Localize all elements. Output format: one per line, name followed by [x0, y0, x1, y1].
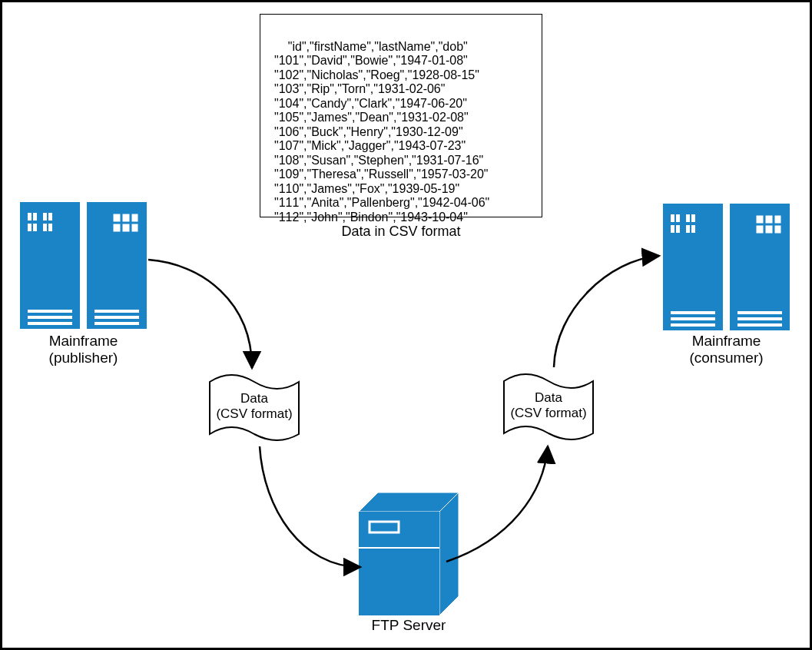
svg-rect-32: [686, 225, 690, 233]
csv-data-text: "id","firstName","lastName","dob" "101",…: [274, 40, 489, 224]
svg-rect-9: [48, 224, 52, 231]
doc-left-line2: (CSV format): [216, 406, 292, 421]
arrow-doc-to-consumer: [554, 256, 659, 367]
svg-rect-12: [28, 322, 72, 325]
csv-caption: Data in CSV format: [260, 224, 542, 240]
svg-rect-28: [686, 214, 690, 222]
svg-rect-27: [676, 214, 680, 222]
data-csv-document-right-label: Data (CSV format): [495, 390, 602, 421]
svg-rect-46: [737, 317, 782, 320]
svg-rect-2: [28, 213, 31, 221]
doc-left-line1: Data: [240, 391, 268, 406]
svg-rect-6: [28, 224, 31, 231]
svg-rect-8: [43, 224, 47, 231]
svg-rect-22: [94, 316, 139, 319]
ftp-server-icon: [359, 492, 459, 615]
arrow-doc-to-ftp: [260, 446, 360, 567]
svg-rect-7: [33, 224, 37, 231]
svg-rect-33: [691, 225, 695, 233]
csv-data-box: "id","firstName","lastName","dob" "101",…: [260, 14, 542, 217]
mainframe-consumer-label-line2: (consumer): [689, 350, 763, 366]
mainframe-publisher-icon: [20, 202, 147, 329]
svg-rect-35: [671, 317, 715, 320]
mainframe-publisher-label-line1: Mainframe: [49, 333, 118, 349]
svg-rect-10: [28, 310, 72, 313]
svg-rect-36: [671, 323, 715, 327]
mainframe-publisher-label: Mainframe (publisher): [20, 333, 147, 366]
doc-right-line2: (CSV format): [510, 406, 586, 420]
svg-rect-11: [28, 316, 72, 319]
svg-rect-31: [676, 225, 680, 233]
svg-rect-4: [43, 213, 47, 221]
mainframe-publisher-label-line2: (publisher): [49, 350, 118, 366]
svg-marker-49: [439, 492, 459, 615]
svg-rect-3: [33, 213, 37, 221]
svg-rect-21: [94, 310, 139, 313]
svg-rect-5: [48, 213, 52, 221]
svg-rect-30: [671, 225, 674, 233]
diagram-canvas: "id","firstName","lastName","dob" "101",…: [0, 0, 812, 650]
mainframe-consumer-label-line1: Mainframe: [692, 333, 761, 349]
svg-rect-29: [691, 214, 695, 222]
arrow-ftp-to-doc: [446, 446, 548, 562]
mainframe-consumer-label: Mainframe (consumer): [659, 333, 794, 366]
svg-rect-47: [737, 323, 782, 327]
mainframe-consumer-icon: [663, 204, 790, 330]
svg-rect-26: [671, 214, 674, 222]
arrow-publisher-to-doc: [148, 260, 252, 368]
data-csv-document-left-label: Data (CSV format): [201, 391, 308, 422]
svg-rect-23: [94, 322, 139, 325]
svg-rect-45: [737, 311, 782, 314]
ftp-server-label: FTP Server: [343, 617, 474, 634]
doc-right-line1: Data: [535, 390, 562, 405]
svg-rect-34: [671, 311, 715, 314]
